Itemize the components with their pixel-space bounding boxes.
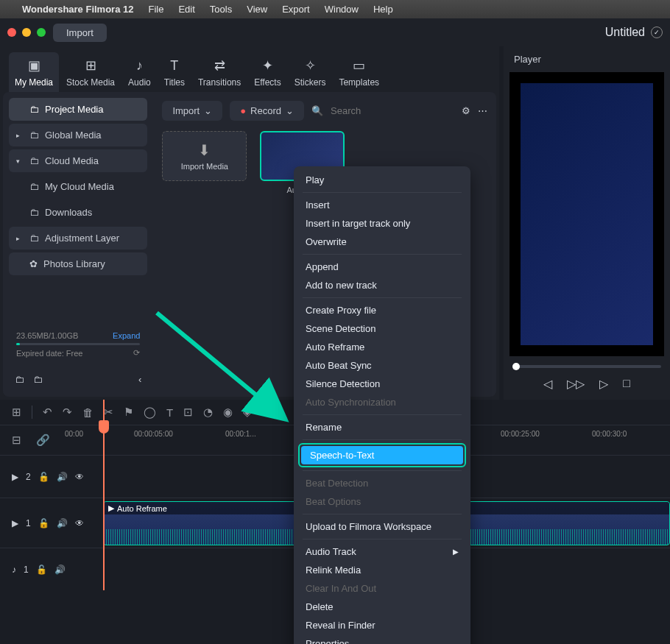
saved-status-icon: ✓ <box>651 26 663 38</box>
text-icon[interactable]: T <box>166 406 173 419</box>
tab-templates[interactable]: ▭Templates <box>333 52 385 92</box>
lock-icon[interactable]: 🔓 <box>36 565 47 575</box>
menu-file[interactable]: File <box>148 4 163 15</box>
playhead[interactable] <box>99 420 109 434</box>
menu-tools[interactable]: Tools <box>210 4 232 15</box>
tab-stickers[interactable]: ✧Stickers <box>289 52 332 92</box>
import-dropdown[interactable]: Import⌄ <box>162 101 222 121</box>
ctx-item[interactable]: Properties <box>294 634 470 644</box>
video-track-icon: ▶ <box>12 472 18 482</box>
lock-icon[interactable]: 🔓 <box>38 518 49 528</box>
prev-frame-icon[interactable]: ◁ <box>543 377 552 391</box>
my-media-icon: ▣ <box>25 57 43 74</box>
ctx-item[interactable]: Create Proxy file <box>294 301 470 319</box>
lock-icon[interactable]: 🔓 <box>38 472 49 482</box>
new-folder-icon[interactable]: 🗀 <box>15 374 24 385</box>
mask-icon[interactable]: ◯ <box>144 406 156 419</box>
chevron-down-icon: ⌄ <box>286 105 294 116</box>
templates-icon: ▭ <box>350 57 368 74</box>
import-button[interactable]: Import <box>53 24 107 42</box>
transitions-icon: ⇄ <box>211 57 228 74</box>
ctx-item: Beat Options <box>294 492 470 511</box>
ctx-item[interactable]: Reveal in Finder <box>294 616 470 634</box>
play-icon: ▶ <box>108 503 114 513</box>
menu-help[interactable]: Help <box>373 4 393 15</box>
ctx-item[interactable]: Silence Detection <box>294 375 470 393</box>
app-name[interactable]: Wondershare Filmora 12 <box>22 4 133 15</box>
ctx-item[interactable]: Overwrite <box>294 233 470 251</box>
player-scrubber[interactable] <box>512 365 661 368</box>
mute-icon[interactable]: 🔊 <box>57 472 68 482</box>
color-icon[interactable]: ◉ <box>223 406 233 419</box>
tab-transitions[interactable]: ⇄Transitions <box>192 52 247 92</box>
sidebar-global-media[interactable]: ▸🗀Global Media <box>9 124 147 146</box>
redo-icon[interactable]: ↷ <box>63 406 72 419</box>
player-viewport[interactable] <box>509 72 664 356</box>
keyframe-icon[interactable]: ◈ <box>243 406 252 419</box>
ctx-item[interactable]: Scene Detection <box>294 319 470 338</box>
audio-icon: ♪ <box>130 57 148 74</box>
stop-icon[interactable]: □ <box>623 377 630 391</box>
ctx-item[interactable]: Rename <box>294 418 470 436</box>
ctx-item[interactable]: Play <box>294 171 470 189</box>
marker-icon[interactable]: ⚑ <box>124 406 133 419</box>
grid-icon[interactable]: ⊞ <box>12 406 21 419</box>
sidebar-my-cloud-media[interactable]: 🗀My Cloud Media <box>9 175 147 198</box>
ctx-item[interactable]: Auto Reframe <box>294 338 470 356</box>
project-title: Untitled <box>605 26 645 39</box>
ctx-item: Clear In And Out <box>294 579 470 598</box>
ctx-item[interactable]: Delete <box>294 598 470 616</box>
audio-track-icon: ♪ <box>12 565 16 575</box>
ctx-item[interactable]: Insert in target track only <box>294 214 470 233</box>
ctx-item[interactable]: Auto Beat Sync <box>294 356 470 375</box>
menu-export[interactable]: Export <box>282 4 310 15</box>
refresh-icon[interactable]: ⟳ <box>133 348 140 358</box>
ctx-item[interactable]: Insert <box>294 196 470 214</box>
next-frame-icon[interactable]: ▷▷ <box>567 377 585 391</box>
ctx-item[interactable]: Relink Media <box>294 561 470 579</box>
tab-audio[interactable]: ♪Audio <box>122 52 157 92</box>
more-icon[interactable]: ⋯ <box>478 105 487 116</box>
visibility-icon[interactable]: 👁 <box>75 518 84 528</box>
sidebar-project-media[interactable]: 🗀Project Media <box>9 98 147 121</box>
ctx-item[interactable]: Upload to Filmora Workspace <box>294 517 470 536</box>
play-icon[interactable]: ▷ <box>599 377 608 391</box>
collapse-sidebar-icon[interactable]: ‹ <box>138 374 141 385</box>
ctx-item[interactable]: Append <box>294 258 470 276</box>
expand-link[interactable]: Expand <box>113 331 140 340</box>
mute-icon[interactable]: 🔊 <box>54 565 66 575</box>
sidebar-photos-library[interactable]: ✿Photos Library <box>9 252 147 275</box>
tab-my-media[interactable]: ▣My Media <box>9 52 59 92</box>
split-icon[interactable]: ✂ <box>104 406 113 419</box>
menu-window[interactable]: Window <box>325 4 359 15</box>
undo-icon[interactable]: ↶ <box>43 406 52 419</box>
ctx-item[interactable]: Audio Track▶ <box>294 542 470 561</box>
new-folder-plus-icon[interactable]: 🗀 <box>33 374 43 385</box>
video-track-icon: ▶ <box>12 518 18 528</box>
window-zoom-icon[interactable] <box>37 28 46 37</box>
ctx-item[interactable]: Add to new track <box>294 276 470 294</box>
record-dropdown[interactable]: ●Record⌄ <box>230 101 304 121</box>
link-icon[interactable]: 🔗 <box>36 434 50 447</box>
window-minimize-icon[interactable] <box>22 28 31 37</box>
stickers-icon: ✧ <box>301 57 319 74</box>
window-close-icon[interactable] <box>7 28 16 37</box>
sidebar-downloads[interactable]: 🗀Downloads <box>9 201 147 224</box>
sidebar-cloud-media[interactable]: ▾🗀Cloud Media <box>9 149 147 172</box>
ctx-speech-to-text[interactable]: Speech-to-Text <box>298 443 466 467</box>
search-input[interactable] <box>331 105 454 116</box>
import-media-tile[interactable]: ⬇Import Media <box>162 131 247 194</box>
tab-stock-media[interactable]: ⊞Stock Media <box>60 52 121 92</box>
filter-icon[interactable]: ⚙ <box>462 105 470 116</box>
menu-view[interactable]: View <box>247 4 267 15</box>
crop-icon[interactable]: ⊡ <box>183 406 193 419</box>
mute-icon[interactable]: 🔊 <box>57 518 68 528</box>
speed-icon[interactable]: ◔ <box>203 406 213 419</box>
menu-edit[interactable]: Edit <box>178 4 194 15</box>
delete-icon[interactable]: 🗑 <box>82 406 94 419</box>
visibility-icon[interactable]: 👁 <box>75 472 84 482</box>
sidebar-adjustment-layer[interactable]: ▸🗀Adjustment Layer <box>9 227 147 250</box>
tab-effects[interactable]: ✦Effects <box>248 52 286 92</box>
track-manager-icon[interactable]: ⊟ <box>12 434 21 447</box>
tab-titles[interactable]: TTitles <box>158 52 191 92</box>
